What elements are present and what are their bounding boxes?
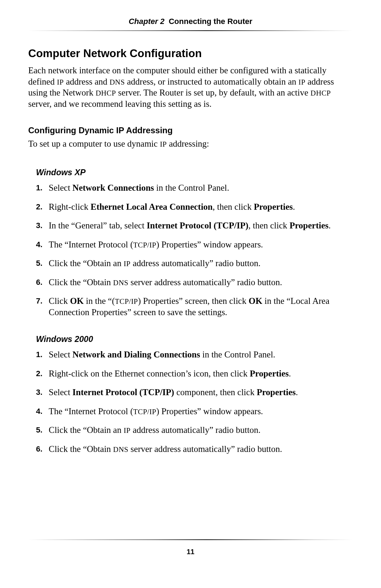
step-text: Click the “Obtain an IP address automati… xyxy=(49,258,261,269)
step-text: Right-click Ethernet Local Area Connecti… xyxy=(49,201,295,213)
step-item: 2.Right-click Ethernet Local Area Connec… xyxy=(36,201,353,213)
step-number: 4. xyxy=(36,406,49,417)
step-group-title: Windows XP xyxy=(36,168,353,177)
step-item: 1.Select Network and Dialing Connections… xyxy=(36,349,353,360)
intro-paragraph: Each network interface on the computer s… xyxy=(28,65,353,109)
step-list: 1.Select Network Connections in the Cont… xyxy=(36,182,353,318)
step-number: 1. xyxy=(36,349,49,360)
step-number: 2. xyxy=(36,368,49,379)
step-number: 6. xyxy=(36,443,49,455)
step-number: 3. xyxy=(36,387,49,398)
lead-paragraph: To set up a computer to use dynamic IP a… xyxy=(28,139,353,149)
step-list: 1.Select Network and Dialing Connections… xyxy=(36,349,353,454)
step-text: Click the “Obtain DNS server address aut… xyxy=(49,443,282,455)
step-item: 3.Select Internet Protocol (TCP/IP) comp… xyxy=(36,387,353,398)
running-header: Chapter 2 Connecting the Router xyxy=(0,17,381,26)
step-number: 4. xyxy=(36,239,49,250)
page-number: 11 xyxy=(0,548,381,556)
step-item: 1.Select Network Connections in the Cont… xyxy=(36,182,353,194)
step-text: The “Internet Protocol (TCP/IP) Properti… xyxy=(49,406,263,417)
step-text: Click the “Obtain an IP address automati… xyxy=(49,424,261,436)
step-item: 3.In the “General” tab, select Internet … xyxy=(36,220,353,231)
step-text: Select Network Connections in the Contro… xyxy=(49,182,229,194)
step-number: 5. xyxy=(36,424,49,436)
step-group-title: Windows 2000 xyxy=(36,335,353,344)
step-item: 5.Click the “Obtain an IP address automa… xyxy=(36,424,353,436)
step-item: 2.Right-click on the Ethernet connection… xyxy=(36,368,353,379)
step-text: Click OK in the “(TCP/IP) Properties” sc… xyxy=(49,295,353,318)
header-rule xyxy=(28,30,353,31)
step-number: 6. xyxy=(36,277,49,288)
document-page: Chapter 2 Connecting the Router Computer… xyxy=(0,0,381,588)
step-number: 3. xyxy=(36,220,49,231)
chapter-label: Chapter 2 xyxy=(129,17,167,26)
footer-rule xyxy=(28,539,353,540)
step-item: 6.Click the “Obtain DNS server address a… xyxy=(36,443,353,455)
step-groups: Windows XP1.Select Network Connections i… xyxy=(28,168,353,454)
step-number: 2. xyxy=(36,201,49,213)
step-text: The “Internet Protocol (TCP/IP) Properti… xyxy=(49,239,263,250)
step-number: 7. xyxy=(36,295,49,318)
step-item: 4.The “Internet Protocol (TCP/IP) Proper… xyxy=(36,406,353,417)
step-text: Select Network and Dialing Connections i… xyxy=(49,349,275,360)
step-text: Right-click on the Ethernet connection’s… xyxy=(49,368,291,379)
step-item: 6.Click the “Obtain DNS server address a… xyxy=(36,277,353,288)
step-text: Select Internet Protocol (TCP/IP) compon… xyxy=(49,387,298,398)
step-item: 5.Click the “Obtain an IP address automa… xyxy=(36,258,353,269)
step-item: 4.The “Internet Protocol (TCP/IP) Proper… xyxy=(36,239,353,250)
subsection-heading: Configuring Dynamic IP Addressing xyxy=(28,125,353,135)
chapter-title: Connecting the Router xyxy=(169,17,252,26)
section-heading: Computer Network Configuration xyxy=(28,47,353,60)
step-text: Click the “Obtain DNS server address aut… xyxy=(49,277,282,288)
step-number: 1. xyxy=(36,182,49,194)
step-text: In the “General” tab, select Internet Pr… xyxy=(49,220,331,231)
step-item: 7.Click OK in the “(TCP/IP) Properties” … xyxy=(36,295,353,318)
step-number: 5. xyxy=(36,258,49,269)
page-content: Computer Network Configuration Each netw… xyxy=(28,42,353,471)
